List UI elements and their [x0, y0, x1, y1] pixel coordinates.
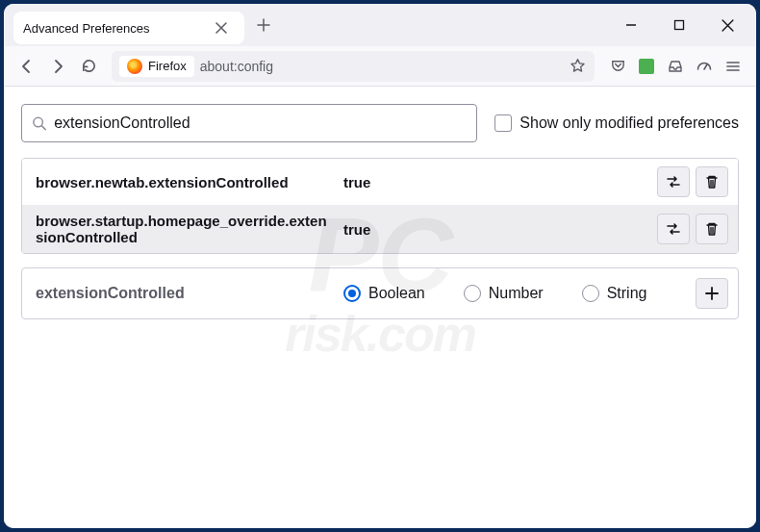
- preference-name: browser.startup.homepage_override.extens…: [36, 213, 343, 245]
- forward-button[interactable]: [44, 53, 71, 80]
- identity-label: Firefox: [148, 59, 187, 73]
- close-tab-icon[interactable]: [208, 14, 235, 41]
- close-window-button[interactable]: [706, 6, 748, 44]
- identity-box[interactable]: Firefox: [119, 56, 194, 77]
- radio-label: Number: [489, 285, 544, 302]
- add-preference-row: extensionControlled Boolean Number Strin…: [21, 267, 739, 319]
- toolbar-right: [604, 53, 747, 80]
- navbar: Firefox about:config: [4, 46, 756, 87]
- maximize-button[interactable]: [658, 6, 700, 44]
- preference-name: browser.newtab.extensionControlled: [36, 174, 343, 190]
- window-controls: [610, 6, 756, 44]
- tab-title: Advanced Preferences: [23, 21, 200, 36]
- preference-list: browser.newtab.extensionControlled true …: [21, 158, 739, 254]
- url-text: about:config: [200, 59, 558, 74]
- back-button[interactable]: [13, 53, 40, 80]
- checkbox-label-text: Show only modified preferences: [519, 114, 739, 132]
- radio-boolean[interactable]: Boolean: [343, 285, 425, 302]
- toggle-button[interactable]: [657, 214, 690, 244]
- search-input[interactable]: [54, 114, 467, 132]
- radio-label: String: [607, 285, 647, 302]
- search-icon: [32, 115, 46, 131]
- type-radio-group: Boolean Number String: [343, 285, 696, 302]
- preference-row[interactable]: browser.newtab.extensionControlled true: [22, 159, 738, 205]
- search-row: Show only modified preferences: [21, 104, 739, 142]
- svg-rect-0: [675, 21, 684, 30]
- radio-icon: [464, 285, 481, 302]
- minimize-button[interactable]: [610, 6, 652, 44]
- radio-icon: [582, 285, 599, 302]
- search-box[interactable]: [21, 104, 477, 142]
- new-tab-button[interactable]: [250, 12, 277, 38]
- add-button[interactable]: [696, 278, 728, 309]
- delete-button[interactable]: [696, 166, 728, 197]
- extension-icon[interactable]: [633, 53, 660, 80]
- pocket-icon[interactable]: [604, 53, 631, 80]
- add-preference-name: extensionControlled: [36, 285, 343, 302]
- delete-button[interactable]: [696, 214, 728, 244]
- preference-value: true: [343, 174, 657, 190]
- toggle-button[interactable]: [657, 166, 690, 197]
- checkbox-icon: [494, 114, 512, 132]
- radio-string[interactable]: String: [582, 285, 647, 302]
- preference-value: true: [343, 221, 657, 238]
- urlbar[interactable]: Firefox about:config: [112, 51, 595, 82]
- radio-number[interactable]: Number: [464, 285, 544, 302]
- dashboard-icon[interactable]: [691, 53, 718, 80]
- about-config-content: Show only modified preferences browser.n…: [4, 87, 756, 528]
- preference-row[interactable]: browser.startup.homepage_override.extens…: [22, 205, 738, 253]
- app-menu-icon[interactable]: [720, 53, 747, 80]
- firefox-logo-icon: [127, 59, 142, 74]
- titlebar: Advanced Preferences: [4, 4, 756, 46]
- inbox-icon[interactable]: [662, 53, 689, 80]
- radio-icon: [343, 285, 361, 302]
- reload-button[interactable]: [75, 53, 102, 80]
- show-only-modified-checkbox[interactable]: Show only modified preferences: [494, 114, 739, 132]
- bookmark-star-icon[interactable]: [564, 53, 591, 80]
- radio-label: Boolean: [368, 285, 425, 302]
- browser-tab[interactable]: Advanced Preferences: [13, 12, 244, 44]
